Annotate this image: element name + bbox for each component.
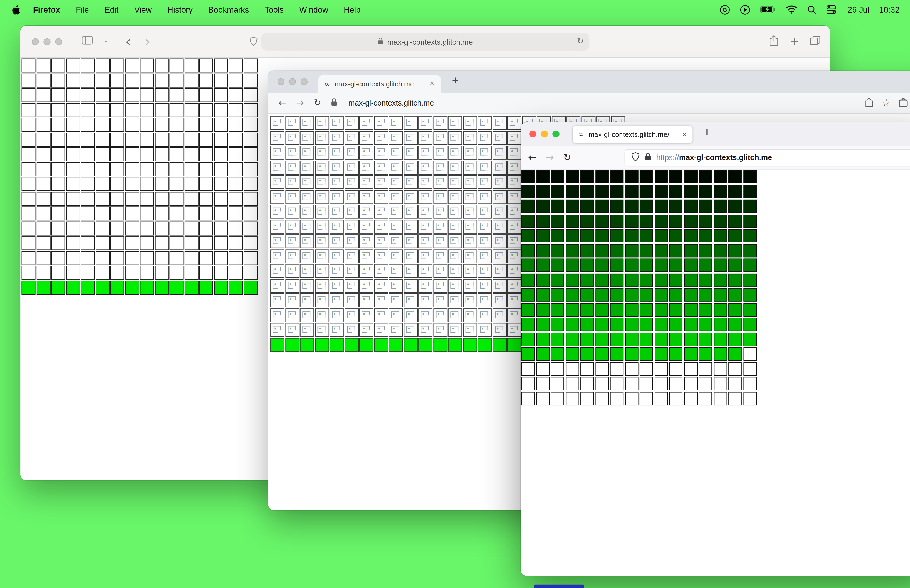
address-bar-url[interactable]: max-gl-contexts.glitch.me (348, 99, 434, 107)
menu-help[interactable]: Help (344, 5, 360, 14)
grid-cell (684, 392, 698, 405)
grid-cell (743, 259, 756, 272)
share-icon[interactable] (865, 97, 873, 109)
menu-bar-date[interactable]: 26 Jul (848, 5, 869, 14)
close-tab-icon[interactable]: ✕ (430, 81, 435, 87)
grid-cell (566, 333, 579, 346)
back-button[interactable]: ‹ (125, 34, 131, 48)
reload-button[interactable]: ↻ (314, 99, 321, 107)
tab-strip[interactable]: ∞ max-gl-contexts.glitch.me/ ✕ + (520, 123, 910, 145)
address-bar[interactable]: https://max-gl-contexts.glitch.me (624, 149, 910, 166)
broken-image-icon (347, 326, 355, 333)
menu-file[interactable]: File (76, 5, 89, 14)
tab-overview-icon[interactable] (810, 36, 821, 47)
broken-image-icon (450, 252, 458, 259)
dock-icon-peek[interactable] (534, 585, 584, 588)
broken-image-icon (376, 149, 385, 155)
reload-button[interactable]: ↻ (563, 153, 571, 162)
grid-cell (125, 177, 139, 191)
browser-tab[interactable]: ∞ max-gl-contexts.glitch.me/ ✕ (573, 126, 692, 143)
broken-image-cell (315, 220, 329, 233)
close-window-button[interactable] (32, 38, 39, 45)
address-bar[interactable]: max-gl-contexts.glitch.me ↻ (261, 33, 589, 50)
new-tab-button[interactable]: + (452, 76, 459, 85)
broken-image-cell (330, 234, 344, 248)
menu-history[interactable]: History (168, 5, 193, 14)
safari-toolbar[interactable]: › ‹ › max-gl-contexts.glitch.me ↻ + (20, 26, 830, 58)
back-button[interactable]: ← (528, 152, 537, 162)
broken-image-icon (435, 252, 444, 259)
close-tab-icon[interactable]: ✕ (682, 131, 687, 138)
reload-icon[interactable]: ↻ (577, 37, 584, 45)
bookmark-star-icon[interactable]: ☆ (882, 99, 891, 108)
grid-cell (51, 132, 65, 146)
menu-bar-clock[interactable]: 10:32 (879, 5, 899, 14)
grid-cell (669, 273, 682, 287)
menu-edit[interactable]: Edit (105, 5, 118, 14)
battery-charging-icon[interactable] (760, 6, 776, 13)
grid-cell (536, 347, 549, 361)
grid-cell (229, 251, 242, 265)
browser-tab[interactable]: ∞ max-gl-contexts.glitch.me ✕ (318, 75, 441, 93)
tracking-protection-shield-icon[interactable] (631, 152, 640, 163)
new-tab-button[interactable]: + (790, 36, 799, 47)
broken-image-icon (317, 178, 325, 185)
broken-image-cell (374, 190, 388, 204)
zoom-window-button[interactable] (301, 78, 307, 85)
broken-image-icon (480, 163, 488, 170)
grid-cell (580, 273, 594, 287)
apple-menu-icon[interactable] (11, 5, 20, 15)
broken-image-cell (463, 145, 477, 160)
grid-cell (22, 73, 36, 87)
minimize-window-button[interactable] (289, 78, 296, 85)
chevron-down-icon[interactable]: › (102, 40, 111, 43)
minimize-window-button[interactable] (541, 131, 548, 137)
wifi-icon[interactable] (786, 5, 797, 14)
sidebar-toggle-icon[interactable] (82, 36, 93, 47)
menu-tools[interactable]: Tools (265, 5, 284, 14)
browser-toolbar[interactable]: ← → ↻ https://max-gl-contexts.glitch.me (520, 145, 910, 170)
lock-icon[interactable] (645, 152, 651, 162)
minimize-window-button[interactable] (44, 38, 50, 45)
active-app-name[interactable]: Firefox (33, 5, 60, 14)
new-tab-button[interactable]: + (703, 127, 711, 137)
forward-button[interactable]: → (546, 152, 554, 162)
menu-view[interactable]: View (134, 5, 152, 14)
browser-toolbar[interactable]: ← → ↻ max-gl-contexts.glitch.me ☆ (268, 93, 910, 114)
close-window-button[interactable] (529, 131, 536, 137)
grid-cell (199, 147, 213, 162)
grid-cell (699, 214, 712, 228)
broken-image-cell (300, 249, 314, 263)
grid-cell (625, 214, 638, 228)
menu-bookmarks[interactable]: Bookmarks (208, 5, 249, 14)
forward-button[interactable]: › (145, 34, 150, 48)
broken-image-icon (495, 193, 503, 200)
forward-button[interactable]: → (296, 98, 304, 107)
share-icon[interactable] (769, 35, 779, 48)
play-circle-icon[interactable] (740, 5, 750, 15)
tab-strip[interactable]: ∞ max-gl-contexts.glitch.me ✕ + (268, 71, 910, 93)
grid-cell (551, 318, 564, 331)
g-circle-icon[interactable]: G (719, 5, 730, 15)
extensions-icon[interactable] (899, 97, 909, 109)
broken-image-icon (362, 178, 370, 185)
grid-cell (463, 338, 477, 352)
grid-cell (595, 185, 608, 198)
broken-image-icon (347, 178, 355, 185)
broken-image-icon (347, 267, 355, 273)
broken-image-cell (315, 249, 329, 263)
broken-image-icon (391, 134, 399, 141)
control-center-icon[interactable] (826, 5, 836, 15)
spotlight-search-icon[interactable] (807, 5, 816, 14)
grid-cell (536, 377, 549, 390)
close-window-button[interactable] (278, 78, 284, 85)
menu-window[interactable]: Window (299, 5, 328, 14)
broken-image-cell (478, 116, 491, 130)
grid-cell (536, 244, 549, 257)
zoom-window-button[interactable] (553, 131, 559, 137)
broken-image-icon (421, 282, 429, 289)
grid-cell (580, 303, 594, 317)
privacy-shield-icon[interactable] (250, 37, 258, 48)
back-button[interactable]: ← (279, 98, 286, 107)
zoom-window-button[interactable] (55, 38, 62, 45)
